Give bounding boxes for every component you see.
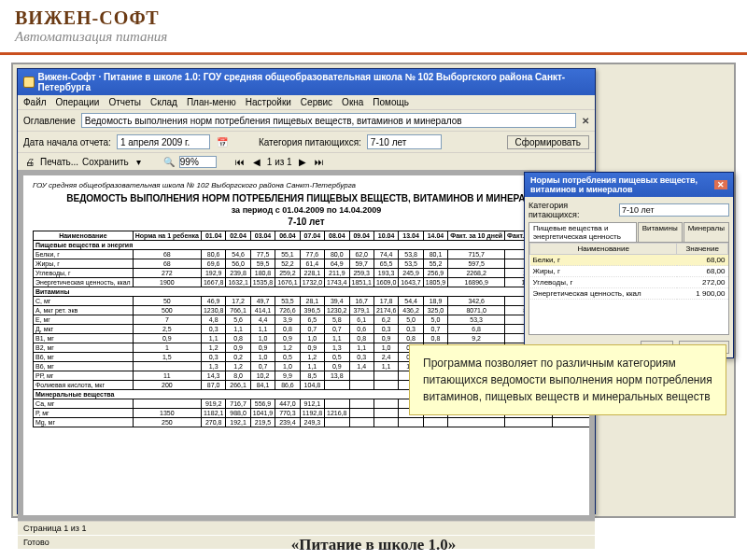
menubar[interactable]: ФайлОперацииОтчетыСкладПлан-менюНастройк… (18, 95, 595, 109)
popup-close-icon[interactable]: ✕ (714, 180, 727, 189)
last-page-icon[interactable]: ⏭ (313, 155, 326, 168)
print-toolbar: 🖨 Печать... Сохранить ▾ 🔍 ⏮ ◀ 1 из 1 ▶ ⏭ (18, 152, 595, 170)
main-window: Вижен-Софт · Питание в школе 1.0: ГОУ ср… (17, 68, 596, 514)
popup-body: Категория питающихся: Пищевые вещества и… (525, 197, 733, 357)
dropdown-icon[interactable]: ▾ (133, 155, 146, 168)
save-label[interactable]: Сохранить (82, 157, 129, 167)
popup-titlebar[interactable]: Нормы потребления пищевых веществ, витам… (525, 173, 733, 197)
status-page: Страница 1 из 1 (23, 524, 86, 533)
calendar-icon[interactable]: 📅 (216, 135, 229, 148)
popup-tab[interactable]: Витамины (638, 222, 683, 242)
print-label[interactable]: Печать... (40, 157, 78, 167)
menu-Файл[interactable]: Файл (23, 97, 47, 107)
popup-cat-input[interactable] (619, 203, 729, 217)
heading-label: Оглавление (23, 116, 76, 126)
page-indicator: 1 из 1 (267, 157, 292, 167)
heading-input[interactable] (81, 113, 576, 128)
brand-title: ВИЖЕН-СОФТ (15, 7, 732, 29)
screenshot-board: Вижен-Софт · Питание в школе 1.0: ГОУ ср… (11, 63, 736, 518)
popup-tab[interactable]: Минералы (684, 222, 729, 242)
divider (0, 52, 747, 55)
menu-Отчеты[interactable]: Отчеты (108, 97, 141, 107)
heading-row: Оглавление ✕ (18, 109, 595, 131)
window-title: Вижен-Софт · Питание в школе 1.0: ГОУ ср… (38, 72, 590, 92)
category-label: Категория питающихся: (259, 137, 361, 147)
description-callout: Программа позволяет по различным категор… (409, 344, 726, 415)
app-icon (23, 77, 35, 88)
report-period: за период с 01.04.2009 по 14.04.2009 (33, 205, 580, 215)
zoom-icon[interactable]: 🔍 (162, 155, 176, 168)
generate-button[interactable]: Сформировать (507, 135, 590, 149)
zoom-input[interactable] (179, 156, 217, 168)
menu-Склад[interactable]: Склад (150, 97, 177, 107)
close-icon[interactable]: ✕ (582, 116, 589, 126)
menu-План-меню[interactable]: План-меню (187, 97, 236, 107)
popup-tab[interactable]: Пищевые вещества и энергетическая ценнос… (529, 222, 637, 242)
report-title: ВЕДОМОСТЬ ВЫПОЛНЕНИЯ НОРМ ПОТРЕБЛЕНИЯ ПИ… (33, 193, 580, 203)
prev-page-icon[interactable]: ◀ (250, 155, 263, 168)
print-icon[interactable]: 🖨 (23, 155, 36, 168)
statusbar: Страница 1 из 1 (18, 521, 595, 535)
date-label: Дата начала отчета: (23, 137, 111, 147)
slide-header: ВИЖЕН-СОФТ Автоматизация питания (0, 0, 747, 49)
report-age: 7-10 лет (33, 217, 580, 227)
popup-tabs[interactable]: Пищевые вещества и энергетическая ценнос… (529, 222, 729, 242)
brand-subtitle: Автоматизация питания (15, 29, 732, 45)
first-page-icon[interactable]: ⏮ (233, 155, 247, 168)
menu-Операции[interactable]: Операции (56, 97, 100, 107)
popup-grid[interactable]: НаименованиеЗначениеБелки, г68,00Жиры, г… (529, 242, 729, 335)
popup-cat-label: Категория питающихся: (529, 201, 615, 219)
popup-title: Нормы потребления пищевых веществ, витам… (530, 175, 711, 194)
report-org: ГОУ средняя общеобразовательная школа № … (33, 181, 580, 189)
params-row: Дата начала отчета: 📅 Категория питающих… (18, 131, 595, 152)
titlebar[interactable]: Вижен-Софт · Питание в школе 1.0: ГОУ ср… (18, 69, 595, 95)
norms-popup[interactable]: Нормы потребления пищевых веществ, витам… (524, 172, 734, 358)
date-input[interactable] (117, 134, 210, 149)
category-input[interactable] (367, 134, 442, 149)
footer-caption: «Питание в школе 1.0» (0, 536, 747, 554)
menu-Помощь[interactable]: Помощь (373, 97, 409, 107)
menu-Окна[interactable]: Окна (342, 97, 363, 107)
next-page-icon[interactable]: ▶ (296, 155, 309, 168)
menu-Настройки[interactable]: Настройки (246, 97, 291, 107)
menu-Сервис[interactable]: Сервис (301, 97, 332, 107)
